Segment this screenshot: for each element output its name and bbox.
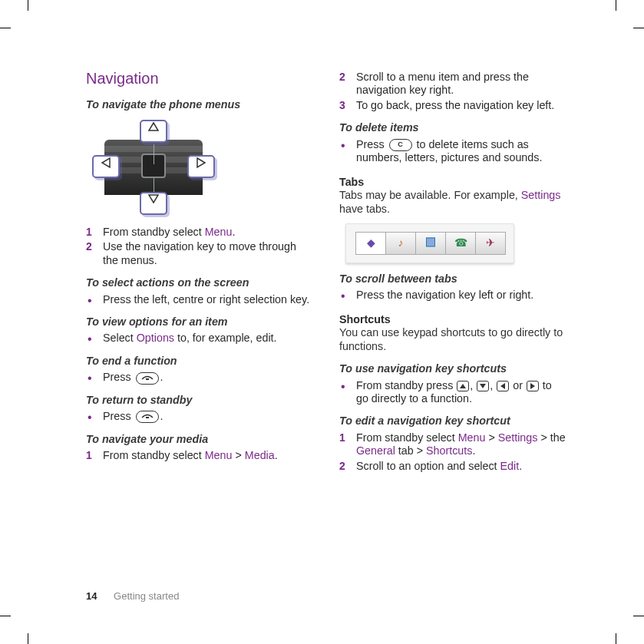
svg-marker-1 bbox=[149, 195, 158, 203]
step-number: 1 bbox=[86, 449, 92, 462]
media-link: Media bbox=[245, 449, 275, 461]
period: . bbox=[160, 371, 163, 383]
sep: > the bbox=[537, 431, 565, 444]
nav-up-icon bbox=[140, 120, 167, 143]
navigation-key-figure bbox=[86, 117, 221, 216]
section-name: Getting started bbox=[114, 590, 179, 602]
bullet-scroll: Press the navigation key left or right. bbox=[339, 289, 566, 302]
step-text: . bbox=[275, 449, 278, 461]
tab-sounds-icon: ♪ bbox=[386, 232, 416, 255]
period: . bbox=[160, 410, 163, 422]
settings-link: Settings bbox=[521, 189, 561, 201]
svg-marker-2 bbox=[102, 158, 110, 167]
bullet-text: to, for example, edit. bbox=[174, 332, 277, 344]
bullet-delete: Press C to delete items such as numbers,… bbox=[339, 138, 566, 165]
crop-mark bbox=[0, 616, 11, 616]
tabs-row: ◆ ♪ ☎ ✈ bbox=[355, 232, 506, 255]
step-text: . bbox=[232, 226, 235, 238]
step-number: 1 bbox=[86, 226, 92, 239]
c-key-label: C bbox=[398, 141, 403, 148]
crop-mark bbox=[28, 633, 28, 644]
tab-display-icon bbox=[416, 232, 446, 255]
page-footer: 14 Getting started bbox=[86, 590, 179, 602]
step-item: 1 From standby select Menu > Settings > … bbox=[339, 431, 566, 458]
steps-media: 1 From standby select Menu > Media. bbox=[86, 449, 313, 462]
sep: > bbox=[485, 431, 497, 444]
svg-marker-9 bbox=[530, 383, 535, 389]
svg-marker-7 bbox=[480, 384, 486, 388]
crop-mark bbox=[633, 28, 644, 28]
callout-line bbox=[154, 144, 154, 164]
crop-mark bbox=[0, 28, 11, 28]
nav-left-icon bbox=[92, 155, 120, 178]
svg-marker-8 bbox=[500, 383, 505, 389]
content-area: Navigation To navigate the phone menus bbox=[86, 69, 566, 591]
sep: or bbox=[510, 379, 526, 391]
c-key-icon: C bbox=[389, 139, 412, 151]
left-column: Navigation To navigate the phone menus bbox=[86, 69, 313, 591]
subheading-use: To use navigation key shortcuts bbox=[339, 362, 566, 375]
options-link: Options bbox=[137, 332, 174, 344]
steps-continued: 2 Scroll to a menu item and press the na… bbox=[339, 71, 566, 112]
bullet-text: Press bbox=[103, 371, 134, 383]
step-item: 1 From standby select Menu > Media. bbox=[86, 449, 313, 462]
bullet-text: Press bbox=[103, 410, 134, 422]
nav-down-icon bbox=[140, 192, 167, 215]
svg-marker-3 bbox=[197, 158, 205, 167]
menu-link: Menu bbox=[205, 449, 233, 461]
shortcuts-heading: Shortcuts bbox=[339, 313, 566, 326]
nav-up-icon bbox=[457, 381, 469, 391]
step-number: 3 bbox=[339, 99, 345, 112]
edit-link: Edit bbox=[500, 460, 520, 472]
bullet-view: Select Options to, for example, edit. bbox=[86, 332, 313, 345]
step-text: To go back, press the navigation key lef… bbox=[356, 99, 554, 111]
general-link: General bbox=[356, 444, 395, 457]
steps-edit: 1 From standby select Menu > Settings > … bbox=[339, 431, 566, 473]
bullet-select: Press the left, centre or right selectio… bbox=[86, 293, 313, 306]
step-text: Use the navigation key to move through t… bbox=[103, 240, 296, 266]
crop-mark bbox=[633, 616, 644, 616]
crop-mark bbox=[616, 633, 616, 644]
tabs-heading: Tabs bbox=[339, 176, 566, 189]
step-text: Scroll to a menu item and press the navi… bbox=[356, 71, 529, 96]
steps-navigate: 1 From standby select Menu. 2 Use the na… bbox=[86, 226, 313, 267]
page-number: 14 bbox=[86, 590, 97, 602]
tabs-figure: ◆ ♪ ☎ ✈ bbox=[345, 223, 514, 263]
sep: , bbox=[470, 379, 476, 391]
sep: , bbox=[490, 379, 496, 391]
para-text: have tabs. bbox=[339, 203, 390, 215]
step-item: 1 From standby select Menu. bbox=[86, 226, 313, 239]
menu-link: Menu bbox=[458, 431, 486, 444]
bullet-item: Press C to delete items such as numbers,… bbox=[339, 138, 566, 165]
shortcuts-link: Shortcuts bbox=[426, 444, 472, 457]
subheading-media: To navigate your media bbox=[86, 433, 313, 446]
step-number: 2 bbox=[86, 240, 92, 253]
bullet-item: Press . bbox=[86, 371, 313, 384]
nav-left-icon bbox=[497, 381, 509, 391]
subheading-edit: To edit a navigation key shortcut bbox=[339, 414, 566, 428]
sep: > bbox=[232, 449, 244, 461]
para-text: Tabs may be available. For example, bbox=[339, 189, 521, 201]
step-item: 2 Scroll to a menu item and press the na… bbox=[339, 71, 566, 97]
step-item: 2 Scroll to an option and select Edit. bbox=[339, 460, 566, 473]
step-item: 2 Use the navigation key to move through… bbox=[86, 240, 313, 267]
svg-rect-5 bbox=[146, 417, 149, 418]
bullet-text: Select bbox=[103, 332, 137, 344]
bullet-use: From standby press , , or to go directly… bbox=[339, 379, 566, 406]
step-text: From standby select bbox=[103, 226, 205, 238]
end-call-key-icon bbox=[136, 411, 159, 423]
svg-rect-4 bbox=[146, 378, 149, 380]
tab-connectivity-icon: ✈ bbox=[476, 232, 506, 255]
bullet-end: Press . bbox=[86, 371, 313, 384]
step-number: 2 bbox=[339, 71, 345, 84]
svg-marker-0 bbox=[149, 123, 158, 130]
subheading-navigate: To navigate the phone menus bbox=[86, 98, 313, 111]
step-number: 2 bbox=[339, 460, 345, 473]
shortcuts-paragraph: You can use keypad shortcuts to go direc… bbox=[339, 326, 566, 353]
subheading-delete: To delete items bbox=[339, 121, 566, 134]
bullet-item: From standby press , , or to go directly… bbox=[339, 379, 566, 406]
bullet-item: Select Options to, for example, edit. bbox=[86, 332, 313, 345]
bullet-text: From standby press bbox=[356, 379, 456, 391]
tabs-paragraph: Tabs may be available. For example, Sett… bbox=[339, 189, 566, 216]
svg-marker-6 bbox=[460, 384, 466, 388]
